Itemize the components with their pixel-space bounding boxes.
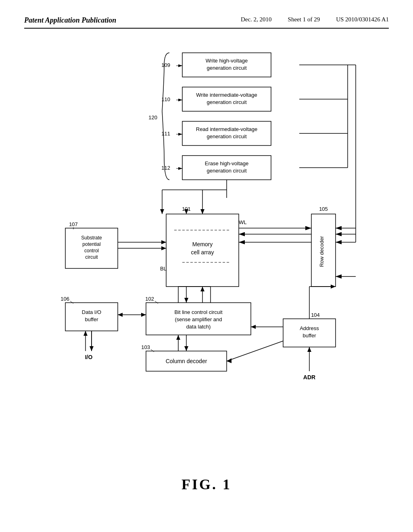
svg-marker-103: [307, 347, 311, 352]
svg-text:Erase high-voltage: Erase high-voltage: [205, 160, 248, 166]
svg-text:generation circuit: generation circuit: [207, 133, 247, 139]
header-date: Dec. 2, 2010: [241, 16, 272, 23]
svg-text:Data I/O: Data I/O: [82, 309, 101, 315]
header-patent-number: US 2010/0301426 A1: [336, 16, 389, 23]
page-header: Patent Application Publication Dec. 2, 2…: [24, 16, 389, 29]
svg-text:Bit line control circuit: Bit line control circuit: [174, 309, 223, 315]
svg-text:generation circuit: generation circuit: [207, 99, 247, 105]
svg-text:circuit: circuit: [85, 254, 98, 260]
svg-text:106: 106: [60, 296, 69, 302]
svg-marker-112: [160, 209, 164, 214]
svg-text:102: 102: [145, 296, 154, 302]
figure-label: FIG. 1: [24, 476, 389, 493]
svg-text:104: 104: [311, 312, 320, 318]
svg-text:Column decoder: Column decoder: [166, 358, 207, 364]
svg-text:generation circuit: generation circuit: [207, 168, 247, 174]
svg-text:WL: WL: [239, 219, 247, 225]
svg-text:data latch): data latch): [186, 324, 211, 330]
svg-marker-81: [83, 331, 88, 336]
svg-marker-68: [161, 246, 166, 250]
svg-text:buffer: buffer: [302, 332, 316, 339]
svg-text:Write intermediate-voltage: Write intermediate-voltage: [196, 92, 257, 98]
svg-text:buffer: buffer: [85, 316, 98, 322]
svg-marker-52: [184, 298, 188, 303]
svg-text:I/O: I/O: [85, 354, 93, 360]
publication-title: Patent Application Publication: [24, 16, 116, 25]
svg-text:Row decoder: Row decoder: [319, 236, 325, 267]
svg-text:109: 109: [161, 62, 170, 68]
header-sheet: Sheet 1 of 29: [288, 16, 320, 23]
svg-text:potential: potential: [82, 241, 100, 247]
svg-text:Substrate: Substrate: [81, 235, 102, 241]
svg-text:control: control: [84, 248, 99, 254]
page: Patent Application Publication Dec. 2, 2…: [0, 0, 413, 532]
header-meta: Dec. 2, 2010 Sheet 1 of 29 US 2010/03014…: [241, 16, 389, 23]
svg-marker-88: [184, 346, 188, 351]
svg-text:(sense amplifier and: (sense amplifier and: [175, 316, 222, 322]
diagram-area: Write high-voltage generation circuit 10…: [33, 45, 380, 468]
svg-marker-114: [161, 240, 166, 244]
svg-marker-75: [118, 313, 123, 317]
circuit-diagram: Write high-voltage generation circuit 10…: [33, 45, 380, 448]
svg-marker-99: [251, 325, 256, 329]
svg-text:112: 112: [161, 165, 170, 171]
svg-text:105: 105: [319, 206, 328, 212]
svg-marker-40: [200, 209, 204, 214]
svg-marker-90: [176, 335, 180, 340]
svg-text:111: 111: [161, 131, 170, 137]
svg-text:cell array: cell array: [191, 249, 214, 256]
svg-text:Memory: Memory: [192, 241, 213, 247]
svg-text:BL: BL: [160, 266, 167, 272]
svg-text:generation circuit: generation circuit: [207, 65, 247, 71]
svg-line-100: [227, 341, 283, 361]
svg-marker-76: [141, 313, 146, 317]
svg-text:Write high-voltage: Write high-voltage: [206, 58, 248, 64]
svg-text:103: 103: [141, 344, 150, 350]
svg-marker-54: [200, 287, 204, 291]
svg-marker-101: [227, 358, 232, 363]
svg-text:Read intermediate-voltage: Read intermediate-voltage: [196, 126, 257, 132]
svg-text:ADR: ADR: [303, 374, 315, 380]
svg-text:Address: Address: [300, 325, 319, 331]
svg-text:107: 107: [69, 221, 78, 227]
svg-text:120: 120: [148, 114, 157, 121]
